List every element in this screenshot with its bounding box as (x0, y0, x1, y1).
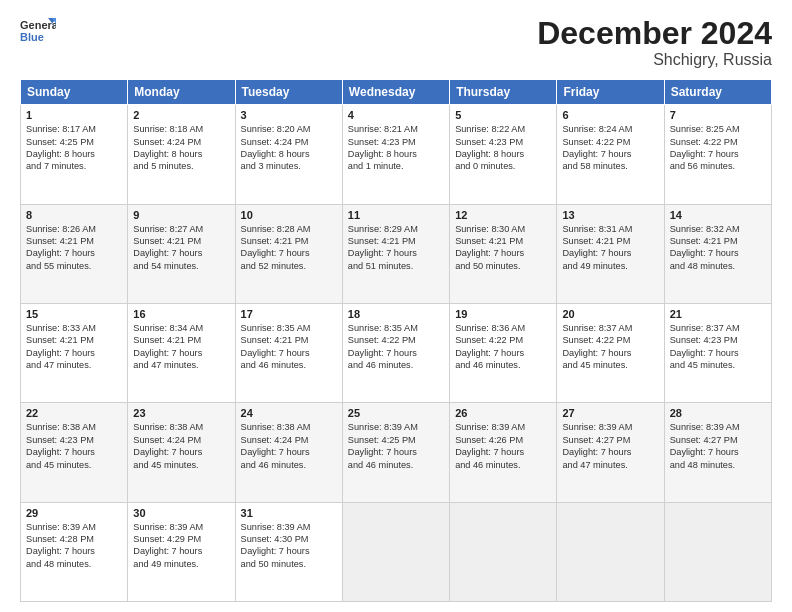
cell-info: Sunrise: 8:37 AMSunset: 4:23 PMDaylight:… (670, 322, 766, 372)
day-number: 17 (241, 308, 337, 320)
day-number: 28 (670, 407, 766, 419)
day-number: 22 (26, 407, 122, 419)
weekday-header-friday: Friday (557, 80, 664, 105)
day-number: 25 (348, 407, 444, 419)
page: General Blue December 2024 Shchigry, Rus… (0, 0, 792, 612)
header: General Blue December 2024 Shchigry, Rus… (20, 16, 772, 69)
calendar-cell: 25Sunrise: 8:39 AMSunset: 4:25 PMDayligh… (342, 403, 449, 502)
calendar-cell: 17Sunrise: 8:35 AMSunset: 4:21 PMDayligh… (235, 303, 342, 402)
cell-info: Sunrise: 8:37 AMSunset: 4:22 PMDaylight:… (562, 322, 658, 372)
calendar-cell: 1Sunrise: 8:17 AMSunset: 4:25 PMDaylight… (21, 105, 128, 204)
cell-info: Sunrise: 8:21 AMSunset: 4:23 PMDaylight:… (348, 123, 444, 173)
weekday-header-saturday: Saturday (664, 80, 771, 105)
cell-info: Sunrise: 8:39 AMSunset: 4:30 PMDaylight:… (241, 521, 337, 571)
day-number: 3 (241, 109, 337, 121)
day-number: 31 (241, 507, 337, 519)
logo: General Blue (20, 16, 56, 46)
cell-info: Sunrise: 8:22 AMSunset: 4:23 PMDaylight:… (455, 123, 551, 173)
calendar-cell: 7Sunrise: 8:25 AMSunset: 4:22 PMDaylight… (664, 105, 771, 204)
cell-info: Sunrise: 8:20 AMSunset: 4:24 PMDaylight:… (241, 123, 337, 173)
day-number: 21 (670, 308, 766, 320)
cell-info: Sunrise: 8:39 AMSunset: 4:28 PMDaylight:… (26, 521, 122, 571)
cell-info: Sunrise: 8:27 AMSunset: 4:21 PMDaylight:… (133, 223, 229, 273)
calendar-cell: 4Sunrise: 8:21 AMSunset: 4:23 PMDaylight… (342, 105, 449, 204)
cell-info: Sunrise: 8:30 AMSunset: 4:21 PMDaylight:… (455, 223, 551, 273)
weekday-header-tuesday: Tuesday (235, 80, 342, 105)
calendar-week-4: 22Sunrise: 8:38 AMSunset: 4:23 PMDayligh… (21, 403, 772, 502)
cell-info: Sunrise: 8:28 AMSunset: 4:21 PMDaylight:… (241, 223, 337, 273)
day-number: 27 (562, 407, 658, 419)
day-number: 4 (348, 109, 444, 121)
calendar-cell: 15Sunrise: 8:33 AMSunset: 4:21 PMDayligh… (21, 303, 128, 402)
calendar-cell: 9Sunrise: 8:27 AMSunset: 4:21 PMDaylight… (128, 204, 235, 303)
calendar-cell (342, 502, 449, 601)
cell-info: Sunrise: 8:36 AMSunset: 4:22 PMDaylight:… (455, 322, 551, 372)
day-number: 24 (241, 407, 337, 419)
calendar-week-5: 29Sunrise: 8:39 AMSunset: 4:28 PMDayligh… (21, 502, 772, 601)
cell-info: Sunrise: 8:33 AMSunset: 4:21 PMDaylight:… (26, 322, 122, 372)
day-number: 19 (455, 308, 551, 320)
calendar-cell: 24Sunrise: 8:38 AMSunset: 4:24 PMDayligh… (235, 403, 342, 502)
day-number: 12 (455, 209, 551, 221)
calendar-cell: 3Sunrise: 8:20 AMSunset: 4:24 PMDaylight… (235, 105, 342, 204)
calendar-cell: 12Sunrise: 8:30 AMSunset: 4:21 PMDayligh… (450, 204, 557, 303)
calendar-cell: 29Sunrise: 8:39 AMSunset: 4:28 PMDayligh… (21, 502, 128, 601)
calendar-cell: 30Sunrise: 8:39 AMSunset: 4:29 PMDayligh… (128, 502, 235, 601)
calendar-cell: 26Sunrise: 8:39 AMSunset: 4:26 PMDayligh… (450, 403, 557, 502)
cell-info: Sunrise: 8:34 AMSunset: 4:21 PMDaylight:… (133, 322, 229, 372)
weekday-header-wednesday: Wednesday (342, 80, 449, 105)
day-number: 7 (670, 109, 766, 121)
cell-info: Sunrise: 8:25 AMSunset: 4:22 PMDaylight:… (670, 123, 766, 173)
calendar-cell (557, 502, 664, 601)
cell-info: Sunrise: 8:39 AMSunset: 4:26 PMDaylight:… (455, 421, 551, 471)
calendar-cell: 11Sunrise: 8:29 AMSunset: 4:21 PMDayligh… (342, 204, 449, 303)
day-number: 10 (241, 209, 337, 221)
calendar-cell: 19Sunrise: 8:36 AMSunset: 4:22 PMDayligh… (450, 303, 557, 402)
day-number: 29 (26, 507, 122, 519)
day-number: 5 (455, 109, 551, 121)
calendar-table: SundayMondayTuesdayWednesdayThursdayFrid… (20, 79, 772, 602)
day-number: 23 (133, 407, 229, 419)
calendar-cell: 23Sunrise: 8:38 AMSunset: 4:24 PMDayligh… (128, 403, 235, 502)
day-number: 9 (133, 209, 229, 221)
calendar-cell (450, 502, 557, 601)
day-number: 16 (133, 308, 229, 320)
cell-info: Sunrise: 8:38 AMSunset: 4:24 PMDaylight:… (241, 421, 337, 471)
day-number: 6 (562, 109, 658, 121)
cell-info: Sunrise: 8:35 AMSunset: 4:21 PMDaylight:… (241, 322, 337, 372)
calendar-cell: 20Sunrise: 8:37 AMSunset: 4:22 PMDayligh… (557, 303, 664, 402)
calendar-cell: 13Sunrise: 8:31 AMSunset: 4:21 PMDayligh… (557, 204, 664, 303)
calendar-cell (664, 502, 771, 601)
calendar-cell: 21Sunrise: 8:37 AMSunset: 4:23 PMDayligh… (664, 303, 771, 402)
cell-info: Sunrise: 8:17 AMSunset: 4:25 PMDaylight:… (26, 123, 122, 173)
day-number: 2 (133, 109, 229, 121)
calendar-week-2: 8Sunrise: 8:26 AMSunset: 4:21 PMDaylight… (21, 204, 772, 303)
day-number: 14 (670, 209, 766, 221)
day-number: 1 (26, 109, 122, 121)
location-title: Shchigry, Russia (537, 51, 772, 69)
day-number: 30 (133, 507, 229, 519)
day-number: 15 (26, 308, 122, 320)
calendar-cell: 28Sunrise: 8:39 AMSunset: 4:27 PMDayligh… (664, 403, 771, 502)
cell-info: Sunrise: 8:24 AMSunset: 4:22 PMDaylight:… (562, 123, 658, 173)
cell-info: Sunrise: 8:26 AMSunset: 4:21 PMDaylight:… (26, 223, 122, 273)
svg-text:Blue: Blue (20, 31, 44, 43)
cell-info: Sunrise: 8:29 AMSunset: 4:21 PMDaylight:… (348, 223, 444, 273)
calendar-cell: 5Sunrise: 8:22 AMSunset: 4:23 PMDaylight… (450, 105, 557, 204)
cell-info: Sunrise: 8:32 AMSunset: 4:21 PMDaylight:… (670, 223, 766, 273)
cell-info: Sunrise: 8:35 AMSunset: 4:22 PMDaylight:… (348, 322, 444, 372)
calendar-cell: 31Sunrise: 8:39 AMSunset: 4:30 PMDayligh… (235, 502, 342, 601)
day-number: 26 (455, 407, 551, 419)
day-number: 8 (26, 209, 122, 221)
weekday-header-sunday: Sunday (21, 80, 128, 105)
weekday-header-monday: Monday (128, 80, 235, 105)
generalblue-logo-icon: General Blue (20, 16, 56, 46)
day-number: 13 (562, 209, 658, 221)
month-title: December 2024 (537, 16, 772, 51)
calendar-cell: 2Sunrise: 8:18 AMSunset: 4:24 PMDaylight… (128, 105, 235, 204)
cell-info: Sunrise: 8:39 AMSunset: 4:25 PMDaylight:… (348, 421, 444, 471)
cell-info: Sunrise: 8:18 AMSunset: 4:24 PMDaylight:… (133, 123, 229, 173)
calendar-cell: 8Sunrise: 8:26 AMSunset: 4:21 PMDaylight… (21, 204, 128, 303)
calendar-cell: 10Sunrise: 8:28 AMSunset: 4:21 PMDayligh… (235, 204, 342, 303)
cell-info: Sunrise: 8:38 AMSunset: 4:23 PMDaylight:… (26, 421, 122, 471)
